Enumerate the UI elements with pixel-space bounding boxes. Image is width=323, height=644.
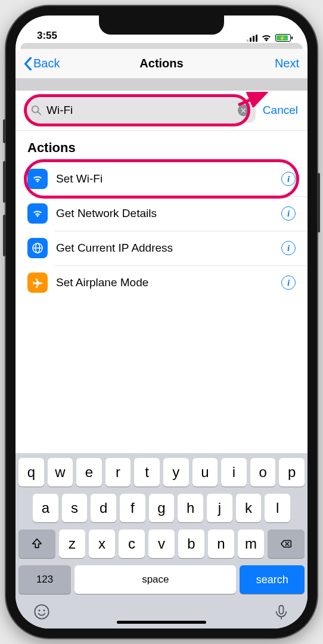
key-d[interactable]: d xyxy=(91,494,116,522)
action-label: Set Wi-Fi xyxy=(56,172,273,185)
globe-icon xyxy=(27,238,48,258)
search-input[interactable] xyxy=(46,104,233,117)
key-r[interactable]: r xyxy=(105,458,131,487)
key-e[interactable]: e xyxy=(76,458,102,487)
key-g[interactable]: g xyxy=(149,494,175,522)
action-label: Set Airplane Mode xyxy=(56,276,273,289)
action-label: Get Network Details xyxy=(56,207,273,220)
key-h[interactable]: h xyxy=(178,494,203,522)
key-shift[interactable] xyxy=(18,530,55,558)
key-delete[interactable] xyxy=(268,530,305,558)
search-row: ✕ Cancel xyxy=(15,91,308,131)
key-i[interactable]: i xyxy=(221,458,247,487)
action-row[interactable]: Set Wi-Fii xyxy=(15,162,308,196)
home-indicator[interactable] xyxy=(117,621,206,624)
key-p[interactable]: p xyxy=(279,458,305,487)
search-box[interactable]: ✕ xyxy=(25,98,256,123)
info-icon[interactable]: i xyxy=(281,172,296,186)
search-icon xyxy=(31,105,42,116)
key-q[interactable]: q xyxy=(18,458,44,487)
cancel-button[interactable]: Cancel xyxy=(263,104,298,117)
action-row[interactable]: Get Current IP Addressi xyxy=(15,231,308,265)
key-y[interactable]: y xyxy=(163,458,189,487)
action-row[interactable]: Get Network Detailsi xyxy=(15,196,308,231)
next-button[interactable]: Next xyxy=(275,57,299,70)
notch xyxy=(99,16,224,35)
info-icon[interactable]: i xyxy=(281,241,296,255)
key-w[interactable]: w xyxy=(48,458,73,487)
key-n[interactable]: n xyxy=(208,530,234,558)
wifi-icon xyxy=(27,203,48,224)
svg-line-2 xyxy=(38,112,41,115)
card-stack-peek xyxy=(20,43,303,49)
action-label: Get Current IP Address xyxy=(56,242,273,255)
key-m[interactable]: m xyxy=(238,530,264,558)
cellular-icon xyxy=(247,35,257,42)
key-search[interactable]: search xyxy=(240,565,305,594)
key-o[interactable]: o xyxy=(250,458,276,487)
key-j[interactable]: j xyxy=(207,494,232,522)
screen: 3:55 ⚡ Back Actions Next xyxy=(15,16,308,628)
svg-rect-9 xyxy=(279,606,284,614)
mic-icon[interactable] xyxy=(273,603,290,620)
info-icon[interactable]: i xyxy=(281,206,296,221)
key-u[interactable]: u xyxy=(192,458,218,487)
keyboard: qwertyuiop asdfghjkl zxcvbnm 123 space s… xyxy=(15,453,308,628)
spacer xyxy=(15,79,308,91)
emoji-icon[interactable] xyxy=(33,603,50,620)
plane-icon xyxy=(27,273,48,293)
phone-frame: 3:55 ⚡ Back Actions Next xyxy=(6,6,317,638)
wifi-status-icon xyxy=(261,34,272,42)
key-f[interactable]: f xyxy=(120,494,145,522)
chevron-left-icon xyxy=(24,57,32,70)
key-l[interactable]: l xyxy=(265,494,290,522)
key-k[interactable]: k xyxy=(236,494,262,522)
content: Actions Set Wi-FiiGet Network DetailsiGe… xyxy=(15,131,308,453)
status-time: 3:55 xyxy=(37,30,57,42)
section-header: Actions xyxy=(15,131,308,162)
battery-icon: ⚡ xyxy=(275,34,291,42)
svg-point-6 xyxy=(35,605,48,618)
svg-point-1 xyxy=(32,106,39,113)
key-t[interactable]: t xyxy=(134,458,160,487)
key-s[interactable]: s xyxy=(62,494,88,522)
key-c[interactable]: c xyxy=(119,530,145,558)
key-b[interactable]: b xyxy=(178,530,204,558)
wifi-icon xyxy=(27,169,48,189)
svg-point-8 xyxy=(44,609,45,611)
key-numbers[interactable]: 123 xyxy=(18,565,71,594)
svg-point-7 xyxy=(38,609,40,611)
key-x[interactable]: x xyxy=(89,530,115,558)
clear-search-icon[interactable]: ✕ xyxy=(238,104,250,116)
key-a[interactable]: a xyxy=(33,494,58,522)
key-space[interactable]: space xyxy=(74,565,236,594)
back-button[interactable]: Back xyxy=(24,57,60,70)
key-z[interactable]: z xyxy=(59,530,85,558)
key-v[interactable]: v xyxy=(148,530,175,558)
action-row[interactable]: Set Airplane Modei xyxy=(15,265,308,300)
back-label: Back xyxy=(33,57,60,70)
nav-bar: Back Actions Next xyxy=(15,49,308,79)
info-icon[interactable]: i xyxy=(281,275,296,290)
